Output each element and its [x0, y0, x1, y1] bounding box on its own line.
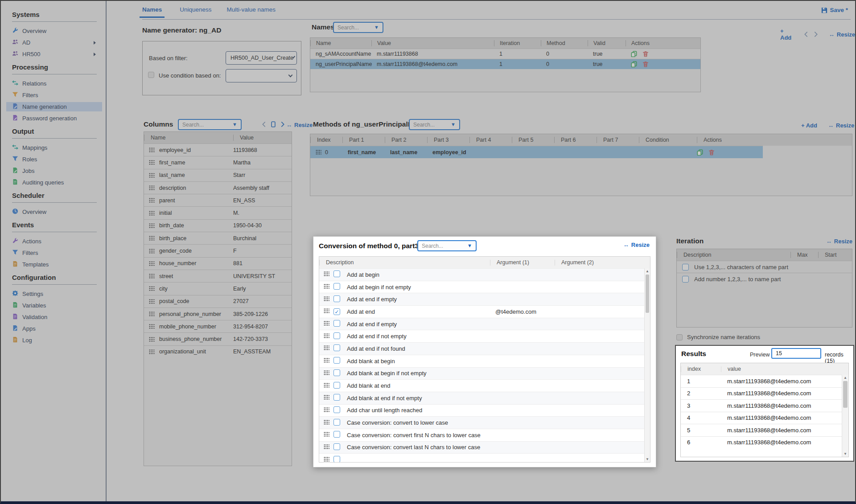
conversion-checkbox[interactable]	[333, 431, 340, 438]
drag-handle-icon[interactable]	[324, 456, 329, 462]
drag-handle-icon[interactable]	[324, 283, 329, 289]
conversion-row[interactable]	[319, 453, 644, 462]
scroll-up-arrow-icon[interactable]: ▲	[645, 269, 650, 273]
conversion-row[interactable]: Add at begin if not empty	[319, 281, 644, 293]
drag-handle-icon[interactable]	[324, 431, 329, 437]
conversion-column-header[interactable]: Argument (1)	[490, 260, 555, 266]
drag-handle-icon[interactable]	[149, 286, 155, 291]
sidebar-item[interactable]: Apps	[6, 324, 102, 333]
conversion-row[interactable]: Add at begin	[319, 268, 644, 281]
sidebar-item[interactable]: Relations	[6, 79, 102, 88]
results-row[interactable]: 3 m.starr11193868@t4edemo.com	[681, 399, 842, 412]
results-column-header[interactable]: value	[721, 366, 842, 372]
drag-handle-icon[interactable]	[149, 261, 155, 266]
results-row[interactable]: 1 m.starr11193868@t4edemo.com	[681, 375, 842, 387]
conversion-checkbox[interactable]	[333, 456, 340, 462]
sync-iterations-checkbox[interactable]	[676, 334, 683, 340]
methods-column-header[interactable]: Part 2	[385, 137, 427, 143]
results-row[interactable]: 4 m.starr11193868@t4edemo.com	[681, 412, 842, 424]
conversion-checkbox[interactable]	[333, 394, 340, 401]
columns-column-header[interactable]: Value	[233, 135, 292, 141]
columns-table-row[interactable]: street UNIVERSITY ST	[144, 270, 292, 282]
names-add-button[interactable]: + Add	[780, 28, 793, 41]
names-column-header[interactable]: Method	[541, 40, 588, 46]
sidebar-item[interactable]: Overview	[6, 26, 102, 36]
columns-table-row[interactable]: description Assembly staff	[144, 181, 292, 194]
results-row[interactable]: 5 m.starr11193868@t4edemo.com	[681, 424, 842, 436]
conversion-checkbox[interactable]	[333, 406, 340, 413]
sidebar-item[interactable]: Templates	[6, 260, 102, 269]
drag-handle-icon[interactable]	[149, 185, 155, 191]
names-search-input[interactable]: Search... ▼	[333, 22, 383, 33]
tab[interactable]: Names	[140, 6, 165, 18]
drag-handle-icon[interactable]	[324, 296, 329, 302]
iteration-row[interactable]: Add number 1,2,3,... to name part	[677, 273, 852, 285]
sidebar-item[interactable]: Validation	[6, 312, 102, 322]
drag-handle-icon[interactable]	[149, 197, 155, 203]
iteration-column-header[interactable]: Start	[818, 252, 846, 258]
conversion-row[interactable]: Add blank at begin	[319, 355, 644, 367]
sidebar-item[interactable]: Mappings	[6, 143, 102, 152]
conversion-checkbox[interactable]	[333, 308, 340, 315]
results-column-header[interactable]: index	[681, 366, 721, 372]
drag-handle-icon[interactable]	[149, 210, 155, 216]
tab[interactable]: Multi-value names	[227, 6, 276, 18]
names-column-header[interactable]: Iteration	[494, 40, 541, 46]
conversion-checkbox[interactable]	[333, 320, 340, 327]
columns-table-row[interactable]: birth_place Burchinal	[144, 232, 292, 244]
copy-icon[interactable]	[697, 149, 703, 156]
columns-table-row[interactable]: gender_code F	[144, 244, 292, 257]
conversion-column-header[interactable]: Description	[319, 260, 490, 266]
scrollbar-thumb[interactable]	[843, 381, 848, 408]
drag-handle-icon[interactable]	[149, 336, 155, 342]
drag-handle-icon[interactable]	[149, 311, 155, 317]
sidebar-item[interactable]: Actions	[6, 237, 102, 246]
columns-table-row[interactable]: parent EN_ASS	[144, 194, 292, 206]
conversion-row[interactable]: Add at end if not found	[319, 342, 644, 355]
drag-handle-icon[interactable]	[324, 419, 329, 425]
conversion-resize-button[interactable]: ↔ Resize	[623, 242, 650, 248]
columns-table-row[interactable]: initial M.	[144, 206, 292, 219]
drag-handle-icon[interactable]	[149, 324, 155, 329]
sidebar-item[interactable]: Roles	[6, 155, 102, 164]
save-button[interactable]: Save *	[821, 7, 848, 13]
page-prev-icon[interactable]	[261, 121, 267, 127]
iteration-resize-button[interactable]: ↔ Resize	[826, 238, 852, 245]
iteration-checkbox[interactable]	[682, 276, 689, 283]
drag-handle-icon[interactable]	[149, 248, 155, 254]
copy-icon[interactable]	[631, 61, 637, 67]
conversion-checkbox[interactable]	[333, 344, 340, 351]
page-prev-icon[interactable]	[803, 31, 809, 37]
conversion-search-input[interactable]: Search... ▼	[417, 240, 477, 251]
methods-search-input[interactable]: Search... ▼	[409, 119, 460, 130]
columns-table-row[interactable]: city Early	[144, 282, 292, 295]
drag-handle-icon[interactable]	[324, 370, 329, 376]
use-condition-checkbox[interactable]	[148, 72, 154, 78]
drag-handle-icon[interactable]	[149, 299, 155, 304]
iteration-row[interactable]: Use 1,2,3,... characters of name part	[677, 261, 852, 273]
conversion-column-header[interactable]: Argument (2)	[555, 260, 619, 266]
methods-column-header[interactable]: Index	[310, 137, 342, 143]
columns-table-row[interactable]: first_name Martha	[144, 156, 292, 168]
conversion-checkbox[interactable]	[333, 382, 340, 389]
trash-icon[interactable]	[642, 51, 649, 57]
conversion-row[interactable]: Add at end if not empty	[319, 330, 644, 342]
columns-table-row[interactable]: personal_phone_number 385-209-1226	[144, 307, 292, 320]
names-column-header[interactable]: Name	[310, 40, 371, 46]
scrollbar-thumb[interactable]	[646, 275, 649, 313]
scroll-down-arrow-icon[interactable]: ▼	[645, 457, 650, 461]
iteration-column-header[interactable]: Description	[677, 252, 790, 258]
columns-column-header[interactable]: Name	[144, 135, 233, 141]
results-row[interactable]: 2 m.starr11193868@t4edemo.com	[681, 387, 842, 400]
columns-table-row[interactable]: birth_date 1950-04-30	[144, 219, 292, 232]
tab[interactable]: Uniqueness	[180, 6, 211, 18]
drag-handle-icon[interactable]	[149, 147, 155, 153]
drag-handle-icon[interactable]	[149, 273, 155, 279]
results-scrollbar[interactable]: ▲ ▼	[842, 375, 848, 457]
conversion-row[interactable]: Case conversion: convert last N chars to…	[319, 441, 644, 454]
drag-handle-icon[interactable]	[324, 382, 329, 388]
page-box-icon[interactable]	[270, 121, 276, 127]
drag-handle-icon[interactable]	[149, 223, 155, 229]
conversion-row[interactable]: Case conversion: convert to lower case	[319, 416, 644, 429]
sidebar-item[interactable]: Filters	[6, 248, 102, 258]
